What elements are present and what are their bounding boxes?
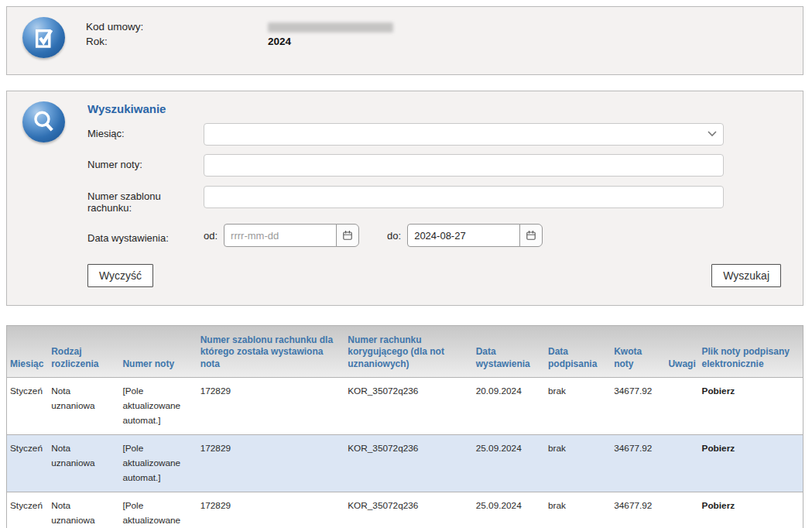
date-from-group: [224, 224, 359, 247]
issue-date-label: Data wystawienia:: [87, 228, 204, 244]
table-row[interactable]: Styczeń Nota uznaniowa [Pole aktualizowa…: [7, 492, 803, 528]
search-button[interactable]: Wyszukaj: [711, 264, 781, 287]
template-number-field-row: Numer szablonu rachunku:: [87, 186, 784, 214]
template-number-input[interactable]: [204, 186, 724, 208]
template-number-label: Numer szablonu rachunku:: [87, 186, 204, 214]
col-header-data-wystawienia: Data wystawienia: [472, 326, 544, 377]
cell-data-wystawienia: 25.09.2024: [472, 492, 544, 528]
month-field-row: Miesiąc:: [87, 123, 784, 146]
download-link[interactable]: Pobierz: [702, 386, 735, 396]
table-row[interactable]: Styczeń Nota uznaniowa [Pole aktualizowa…: [7, 377, 803, 434]
page: { "colors": { "accent_blue": "#2b66a8", …: [0, 0, 812, 528]
col-header-rodzaj-rozliczenia: Rodzaj rozliczenia: [47, 326, 118, 377]
cell-plik: Pobierz: [698, 377, 803, 434]
cell-numer-korygujacego: KOR_35072q236: [344, 377, 471, 434]
table-row[interactable]: Styczeń Nota uznaniowa [Pole aktualizowa…: [7, 434, 803, 492]
month-select-wrap: [204, 123, 724, 146]
cell-numer-szablonu: 172829: [197, 377, 344, 434]
download-link[interactable]: Pobierz: [702, 443, 735, 454]
results-table: Miesiąc Rodzaj rozliczenia Numer noty Nu…: [7, 326, 803, 528]
date-from-input[interactable]: [224, 224, 337, 247]
year-value: 2024: [268, 36, 393, 47]
contract-section-icon: [22, 17, 65, 58]
cell-rodzaj: Nota uznaniowa: [47, 377, 118, 434]
cell-rodzaj: Nota uznaniowa: [47, 492, 118, 528]
cell-data-podpisania: brak: [544, 377, 610, 434]
col-header-numer-rachunku-korygujacego: Numer rachunku korygującego (dla not uzn…: [344, 326, 471, 377]
search-title: Wyszukiwanie: [87, 102, 166, 115]
cell-uwagi: [664, 377, 697, 434]
magnifier-icon: [31, 109, 57, 135]
note-number-label: Numer noty:: [87, 154, 204, 170]
cell-plik: Pobierz: [698, 434, 803, 492]
note-number-field-row: Numer noty:: [87, 154, 784, 177]
calendar-icon: [525, 229, 537, 242]
table-header-row: Miesiąc Rodzaj rozliczenia Numer noty Nu…: [7, 326, 803, 377]
cell-numer-noty: [Pole aktualizowane automat.]: [118, 377, 196, 434]
cell-numer-noty: [Pole aktualizowane automat.]: [118, 434, 196, 492]
col-header-uwagi: Uwagi: [664, 326, 697, 377]
results-table-wrap: Miesiąc Rodzaj rozliczenia Numer noty Nu…: [6, 325, 803, 528]
cell-data-podpisania: brak: [544, 434, 610, 492]
cell-kwota: 34677.92: [610, 434, 664, 492]
cell-numer-korygujacego: KOR_35072q236: [344, 492, 471, 528]
cell-data-podpisania: brak: [544, 492, 610, 528]
date-to-calendar-button[interactable]: [519, 224, 543, 247]
col-header-plik-noty: Plik noty podpisany elektronicznie: [698, 326, 803, 377]
contract-code-label: Kod umowy:: [86, 21, 268, 33]
cell-miesiac: Styczeń: [7, 377, 47, 434]
date-from-label: od:: [204, 230, 218, 242]
date-to-label: do:: [387, 230, 401, 242]
contract-code-redacted-value: [268, 22, 393, 33]
issue-date-field-row: Data wystawienia: od: do:: [87, 224, 784, 247]
col-header-miesiac: Miesiąc: [7, 326, 47, 377]
cell-rodzaj: Nota uznaniowa: [47, 434, 118, 492]
cell-numer-szablonu: 172829: [197, 434, 344, 492]
cell-plik: Pobierz: [698, 492, 803, 528]
date-from-calendar-button[interactable]: [336, 224, 359, 247]
cell-numer-szablonu: 172829: [197, 492, 344, 528]
cell-miesiac: Styczeń: [7, 434, 47, 492]
contract-header-panel: Kod umowy: Rok: 2024: [6, 6, 803, 75]
col-header-data-podpisania: Data podpisania: [544, 326, 610, 377]
search-panel: Wyszukiwanie Miesiąc: Numer noty: Numer …: [6, 91, 803, 306]
cell-uwagi: [664, 492, 697, 528]
cell-miesiac: Styczeń: [7, 492, 47, 528]
download-link[interactable]: Pobierz: [702, 500, 735, 511]
cell-uwagi: [664, 434, 697, 492]
cell-numer-noty: [Pole aktualizowane automat.]: [118, 492, 196, 528]
cell-numer-korygujacego: KOR_35072q236: [344, 434, 471, 492]
cell-data-wystawienia: 25.09.2024: [472, 434, 544, 492]
cell-kwota: 34677.92: [610, 492, 664, 528]
check-square-icon: [31, 25, 57, 51]
search-section-icon: [22, 101, 65, 142]
col-header-numer-noty: Numer noty: [118, 326, 196, 377]
col-header-kwota-noty: Kwota noty: [610, 326, 664, 377]
date-to-group: [407, 224, 543, 247]
note-number-input[interactable]: [204, 154, 724, 177]
date-to-input[interactable]: [407, 224, 520, 247]
cell-data-wystawienia: 20.09.2024: [472, 377, 544, 434]
contract-info: Kod umowy: Rok: 2024: [86, 21, 393, 47]
cell-kwota: 34677.92: [610, 377, 664, 434]
clear-button[interactable]: Wyczyść: [87, 264, 153, 287]
month-select[interactable]: [204, 123, 724, 146]
year-label: Rok:: [86, 36, 268, 47]
col-header-numer-szablonu: Numer szablonu rachunku dla którego zost…: [197, 326, 344, 377]
month-label: Miesiąc:: [87, 123, 204, 139]
calendar-icon: [341, 229, 354, 242]
